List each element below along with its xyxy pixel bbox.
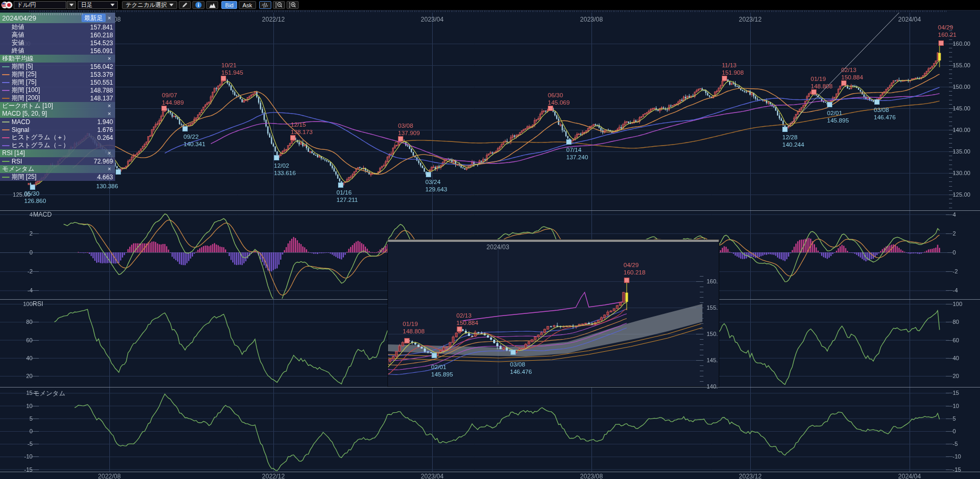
momentum-tick-right: -10: [953, 453, 961, 460]
swing-annotation-09-07: 09/07144.989: [162, 92, 184, 106]
zoom-out-button[interactable]: [273, 1, 285, 9]
x-axis-label-top: 2022/12: [262, 16, 284, 23]
panel-row: 期間 [200]148.137: [0, 94, 115, 102]
swing-annotation-07-14: 07/14137.240: [566, 147, 588, 161]
series-color-swatch: [2, 74, 9, 75]
indicator-window-button[interactable]: [259, 1, 271, 9]
technical-select-button[interactable]: テクニカル選択: [122, 1, 177, 9]
momentum-tick-left: 5: [9, 415, 33, 422]
x-axis-label-bottom: 2023/04: [421, 473, 443, 479]
price-axis-label-right: 160.00: [953, 40, 971, 47]
inset-window-titlebar[interactable]: [388, 240, 719, 242]
zoom-in-button[interactable]: [287, 1, 299, 9]
panel-section-header: ピークボトム [10]×: [0, 102, 115, 110]
rsi-tick-left: 40: [9, 354, 33, 362]
close-icon[interactable]: ×: [106, 149, 113, 157]
momentum-tick-right: 5: [953, 415, 956, 422]
info-button[interactable]: [192, 1, 205, 9]
annotation-date: 02/13: [841, 67, 863, 74]
momentum-panel-title: モメンタム: [33, 390, 65, 397]
panel-section-label: 移動平均線: [2, 55, 34, 63]
pair-select[interactable]: ドル/円: [14, 1, 66, 9]
panel-row-value: 150.551: [90, 79, 113, 86]
swing-annotation-12-02: 12/02133.616: [274, 162, 296, 177]
close-icon[interactable]: ×: [106, 102, 113, 110]
draw-tool-button[interactable]: [179, 1, 191, 9]
rsi-tick-right: 100: [953, 300, 962, 308]
annotation-date: 01/16: [336, 189, 358, 197]
panel-row: 期間 [25]4.663: [0, 173, 115, 181]
momentum-tick-right: -15: [953, 466, 961, 473]
close-icon[interactable]: ×: [106, 14, 113, 22]
swing-annotation-12-15: 12/15138.173: [291, 121, 313, 136]
timeframe-select[interactable]: 日足: [78, 1, 118, 9]
panel-drag-grip[interactable]: [32, 13, 84, 15]
annotation-price: 145.895: [827, 117, 849, 125]
currency-pair-flags-icon: [1, 1, 13, 9]
macd-tick-left: -4: [9, 287, 33, 294]
fx-chart-app: ドル/円 日足 テクニカル選択 Bid Ask: [0, 0, 980, 479]
price-axis-label-right: 145.00: [953, 105, 971, 112]
panel-row: 期間 [100]148.788: [0, 86, 115, 94]
zoom-out-icon: [275, 2, 282, 8]
panel-row-label: 期間 [200]: [12, 94, 40, 103]
momentum-tick-left: -15: [9, 466, 33, 473]
bid-button[interactable]: Bid: [221, 1, 237, 9]
panel-section-label: モメンタム: [2, 165, 34, 173]
close-icon[interactable]: ×: [106, 110, 113, 118]
rsi-panel-title: RSI: [33, 300, 43, 308]
macd-panel-title: MACD: [33, 211, 52, 218]
close-icon[interactable]: ×: [106, 55, 113, 63]
latest-bar-badge: 最新足: [81, 14, 106, 22]
annotation-date: 10/21: [221, 62, 243, 69]
annotation-date: 03/08: [510, 361, 532, 369]
annotation-date: 03/08: [874, 107, 896, 114]
annotation-date: 02/01: [431, 364, 453, 371]
panel-row: ヒストグラム（＋）0.264: [0, 134, 115, 141]
panel-section-label: RSI [14]: [2, 149, 25, 157]
rsi-tick-left: 100: [9, 300, 33, 308]
panel-row-value: 160.218: [90, 32, 113, 39]
series-color-swatch: [2, 177, 9, 178]
annotation-date: 02/01: [827, 110, 849, 117]
annotation-date: 04/29: [624, 262, 646, 269]
swing-annotation-02-13: 02/13150.884: [456, 312, 478, 327]
swing-annotation-01-19: 01/19148.808: [811, 76, 833, 90]
x-axis-label-top: 2023/12: [739, 16, 761, 23]
annotation-price: 140.341: [183, 141, 206, 148]
momentum-tick-right: 15: [953, 389, 959, 396]
annotation-price: 129.643: [425, 186, 447, 193]
swing-annotation-06-30: 06/30145.069: [548, 92, 570, 106]
panel-row-value: 4.663: [97, 174, 113, 181]
chart-style-button[interactable]: [206, 1, 218, 9]
inset-price-label: 145.: [707, 356, 718, 364]
ask-button[interactable]: Ask: [239, 1, 256, 9]
panel-row: ヒストグラム（－）: [0, 141, 115, 149]
swing-annotation-12-28: 12/28140.244: [782, 134, 804, 148]
annotation-date: 09/22: [183, 134, 206, 141]
series-color-swatch: [2, 98, 9, 99]
panel-row-value: 148.137: [90, 95, 113, 102]
swing-annotation-05-30: 05/30126.860: [24, 190, 46, 205]
panel-row-value: 72.969: [94, 158, 113, 165]
series-color-swatch: [2, 137, 9, 138]
panel-section-header: RSI [14]×: [0, 149, 115, 157]
close-icon[interactable]: ×: [106, 165, 113, 173]
swing-annotation-11-13: 11/13151.908: [722, 62, 744, 76]
macd-tick-left: 2: [9, 230, 33, 237]
panel-row: 期間 [25]153.379: [0, 70, 115, 78]
waveform-icon: [261, 2, 269, 8]
annotation-price: 160.218: [624, 269, 646, 277]
annotation-price: 151.945: [221, 69, 243, 77]
annotation-price: 127.211: [336, 197, 358, 204]
panel-row-value: 1.940: [97, 118, 113, 126]
annotation-price: 146.476: [874, 114, 896, 121]
pair-select-arrow[interactable]: [67, 1, 76, 9]
annotation-date: 12/15: [291, 121, 313, 129]
annotation-date: 07/14: [566, 147, 588, 154]
momentum-tick-left: 10: [9, 402, 33, 410]
x-axis-label-bottom: 2022/08: [98, 473, 120, 479]
panel-row: 安値154.523: [0, 39, 115, 47]
annotation-price: 137.909: [398, 130, 420, 137]
ask-label: Ask: [242, 2, 252, 8]
